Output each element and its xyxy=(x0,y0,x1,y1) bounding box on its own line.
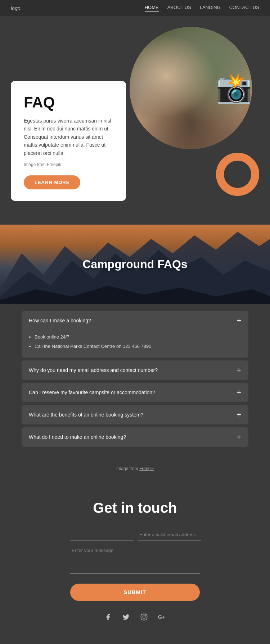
svg-point-8 xyxy=(169,72,192,97)
svg-point-12 xyxy=(165,93,196,119)
svg-point-22 xyxy=(143,616,145,618)
mountain-background: Campground FAQs xyxy=(0,225,270,304)
faq-question-2[interactable]: Why do you need my email address and con… xyxy=(22,360,248,380)
faq-toggle-2[interactable]: + xyxy=(237,366,241,374)
faq-question-text-3: Can I reserve my favourite campsite or a… xyxy=(29,390,155,395)
learn-more-button[interactable]: LEARN MORE xyxy=(24,175,80,189)
faq-image-credit: Image from Freepik xyxy=(24,161,113,168)
svg-text:G+: G+ xyxy=(158,614,165,620)
faq-item-5: What do I need to make an online booking… xyxy=(22,427,248,447)
faq-question-text-4: What are the benefits of an online booki… xyxy=(29,412,143,418)
submit-button[interactable]: SUBMIT xyxy=(70,584,200,601)
nav-links: HOME ABOUT US LANDING CONTACT US xyxy=(145,5,259,12)
message-textarea[interactable] xyxy=(70,545,200,574)
svg-point-15 xyxy=(182,84,184,86)
svg-rect-1 xyxy=(130,45,170,91)
faq-answer-1: Book online 24/7 Call the National Parks… xyxy=(22,330,248,358)
faq-card: FAQ Egestas purus viverra accumsan in ni… xyxy=(11,81,126,201)
svg-rect-11 xyxy=(187,80,192,101)
faq-answer-item-1-1: Book online 24/7 xyxy=(35,333,241,341)
campground-title: Campground FAQs xyxy=(82,258,188,271)
svg-rect-21 xyxy=(141,614,147,620)
contact-section: Get in touch SUBMIT xyxy=(0,482,270,644)
faq-question-5[interactable]: What do I need to make an online booking… xyxy=(22,427,248,447)
hero-section: FAQ Egestas purus viverra accumsan in ni… xyxy=(0,16,270,225)
hero-image xyxy=(130,27,252,149)
navbar: logo HOME ABOUT US LANDING CONTACT US xyxy=(0,0,270,16)
image-attribution: Image from Freepik xyxy=(0,460,270,482)
faq-toggle-3[interactable]: + xyxy=(237,388,241,396)
svg-marker-2 xyxy=(180,65,211,111)
faq-question-3[interactable]: Can I reserve my favourite campsite or a… xyxy=(22,383,248,402)
nav-contact[interactable]: CONTACT US xyxy=(229,5,259,12)
image-attribution-text: Image from xyxy=(116,466,138,471)
faq-answer-item-1-2: Call the National Parks Contact Centre o… xyxy=(35,342,241,350)
svg-marker-3 xyxy=(180,65,195,111)
svg-point-5 xyxy=(153,74,168,90)
nav-about[interactable]: ABOUT US xyxy=(167,5,191,12)
faq-card-title: FAQ xyxy=(24,94,113,111)
faq-question-text-1: How can I make a booking? xyxy=(29,318,91,323)
faq-question-text-2: Why do you need my email address and con… xyxy=(29,367,158,373)
instagram-icon[interactable] xyxy=(139,612,149,622)
logo: logo xyxy=(11,5,20,11)
svg-point-14 xyxy=(176,84,179,86)
contact-form: SUBMIT xyxy=(70,529,200,612)
name-input[interactable] xyxy=(70,529,134,540)
googleplus-icon[interactable]: G+ xyxy=(157,612,167,622)
freepik-link[interactable]: Freepik xyxy=(139,466,154,471)
svg-rect-13 xyxy=(173,96,188,106)
faq-question-4[interactable]: What are the benefits of an online booki… xyxy=(22,405,248,424)
twitter-icon[interactable] xyxy=(121,612,131,622)
svg-point-6 xyxy=(153,73,168,82)
facebook-icon[interactable] xyxy=(103,612,113,622)
social-icons: G+ xyxy=(11,612,259,622)
contact-title: Get in touch xyxy=(11,500,259,516)
faq-card-body: Egestas purus viverra accumsan in nisl n… xyxy=(24,117,113,157)
nav-landing[interactable]: LANDING xyxy=(200,5,221,12)
svg-point-23 xyxy=(145,615,146,616)
faq-question-1[interactable]: How can I make a booking? + xyxy=(22,311,248,330)
svg-rect-16 xyxy=(192,88,216,102)
faq-item-1: How can I make a booking? + Book online … xyxy=(22,311,248,358)
faq-toggle-1[interactable]: + xyxy=(237,317,241,325)
faq-question-text-5: What do I need to make an online booking… xyxy=(29,434,126,440)
campground-faqs-section: Campground FAQs How can I make a booking… xyxy=(0,225,270,482)
faq-item-3: Can I reserve my favourite campsite or a… xyxy=(22,383,248,402)
email-input[interactable] xyxy=(138,529,201,540)
orange-decorative-ring xyxy=(216,153,259,196)
faq-item-2: Why do you need my email address and con… xyxy=(22,360,248,380)
faq-item-4: What are the benefits of an online booki… xyxy=(22,405,248,424)
faq-toggle-5[interactable]: + xyxy=(237,433,241,441)
hero-photo-svg xyxy=(130,27,216,149)
form-row-name-email xyxy=(70,529,200,540)
svg-point-7 xyxy=(160,78,201,119)
svg-rect-10 xyxy=(169,80,174,101)
svg-point-9 xyxy=(168,73,193,88)
svg-point-4 xyxy=(146,79,174,112)
svg-rect-0 xyxy=(130,45,216,131)
faqs-list: How can I make a booking? + Book online … xyxy=(0,304,270,460)
nav-home[interactable]: HOME xyxy=(145,5,159,12)
faq-toggle-4[interactable]: + xyxy=(237,411,241,419)
